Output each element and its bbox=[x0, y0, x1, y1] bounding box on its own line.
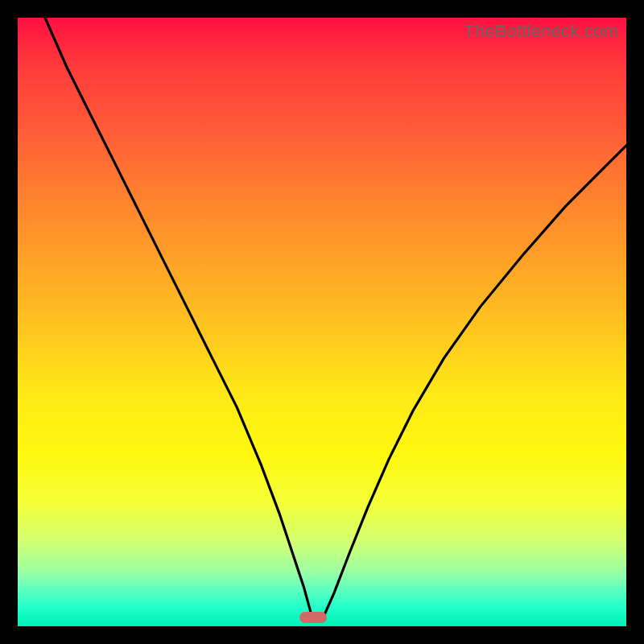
bottleneck-curve bbox=[18, 18, 626, 626]
chart-frame: TheBottleneck.com bbox=[0, 0, 644, 644]
plot-area: TheBottleneck.com bbox=[18, 18, 626, 626]
curve-path bbox=[45, 18, 626, 620]
min-marker bbox=[299, 612, 327, 623]
